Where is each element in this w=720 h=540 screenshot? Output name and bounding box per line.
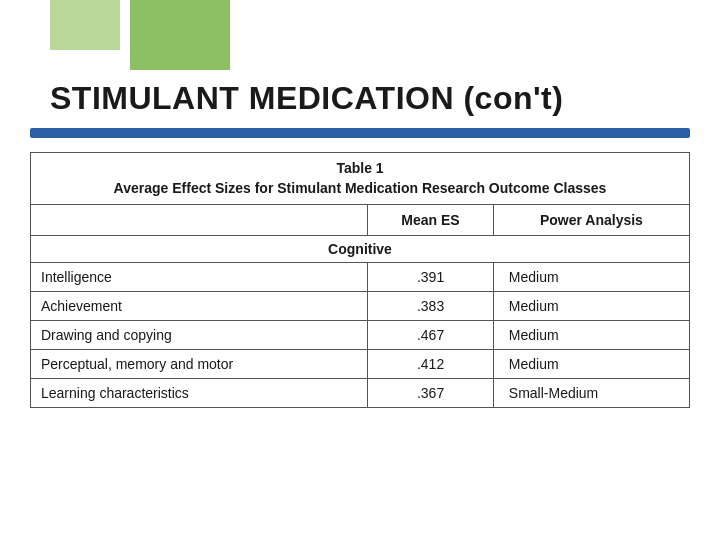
- deco-rect-light-green: [50, 0, 120, 50]
- header-power-analysis: Power Analysis: [493, 205, 689, 236]
- row-mean-es: .467: [368, 321, 494, 350]
- table-row: Learning characteristics.367Small-Medium: [31, 379, 690, 408]
- deco-rect-dark-green: [130, 0, 230, 70]
- caption-line1: Table 1: [336, 160, 383, 176]
- slide-container: STIMULANT MEDICATION (con't) Table 1 Ave…: [0, 0, 720, 540]
- row-label: Drawing and copying: [31, 321, 368, 350]
- row-label: Learning characteristics: [31, 379, 368, 408]
- row-power-analysis: Medium: [493, 263, 689, 292]
- caption-line2: Average Effect Sizes for Stimulant Medic…: [114, 180, 607, 196]
- row-mean-es: .367: [368, 379, 494, 408]
- header-mean-es: Mean ES: [368, 205, 494, 236]
- cognitive-section-row: Cognitive: [31, 236, 690, 263]
- row-mean-es: .391: [368, 263, 494, 292]
- table-caption-row: Table 1 Average Effect Sizes for Stimula…: [31, 153, 690, 205]
- row-label: Perceptual, memory and motor: [31, 350, 368, 379]
- row-mean-es: .412: [368, 350, 494, 379]
- data-table: Table 1 Average Effect Sizes for Stimula…: [30, 152, 690, 408]
- row-power-analysis: Medium: [493, 350, 689, 379]
- header-empty-cell: [31, 205, 368, 236]
- row-label: Intelligence: [31, 263, 368, 292]
- table-row: Drawing and copying.467Medium: [31, 321, 690, 350]
- column-header-row: Mean ES Power Analysis: [31, 205, 690, 236]
- table-row: Intelligence.391Medium: [31, 263, 690, 292]
- row-label: Achievement: [31, 292, 368, 321]
- blue-divider-bar: [30, 128, 690, 138]
- row-power-analysis: Medium: [493, 292, 689, 321]
- table-row: Achievement.383Medium: [31, 292, 690, 321]
- row-power-analysis: Medium: [493, 321, 689, 350]
- cognitive-section-label: Cognitive: [31, 236, 690, 263]
- row-mean-es: .383: [368, 292, 494, 321]
- row-power-analysis: Small-Medium: [493, 379, 689, 408]
- table-caption-cell: Table 1 Average Effect Sizes for Stimula…: [31, 153, 690, 205]
- table-row: Perceptual, memory and motor.412Medium: [31, 350, 690, 379]
- slide-title: STIMULANT MEDICATION (con't): [50, 80, 690, 117]
- table-wrapper: Table 1 Average Effect Sizes for Stimula…: [30, 152, 690, 510]
